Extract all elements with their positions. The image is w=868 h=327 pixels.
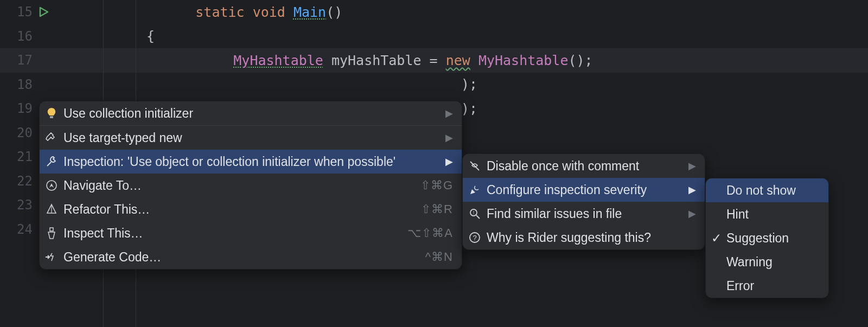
type-name: MyHashtable xyxy=(478,53,569,68)
menu-item-inspect-this[interactable]: Inspect This… ⌥⇧⌘A xyxy=(40,221,462,245)
line-number: 17 xyxy=(0,53,38,68)
line-number: 22 xyxy=(0,174,38,189)
svg-text:?: ? xyxy=(473,234,476,242)
menu-item-refactor-this[interactable]: Refactor This… ⇧⌘R xyxy=(40,197,462,221)
svg-text:!: ! xyxy=(473,210,475,215)
menu-label: Inspect This… xyxy=(63,226,402,241)
keyword: static xyxy=(195,4,244,20)
inspection-submenu[interactable]: Disable once with comment ▶ Configure in… xyxy=(462,153,705,250)
line-number: 19 xyxy=(0,101,38,116)
svg-rect-3 xyxy=(50,228,53,231)
line-number: 15 xyxy=(0,4,38,20)
type-name: MyHashtable xyxy=(233,53,323,68)
menu-item-use-collection-initializer[interactable]: Use collection initializer ▶ xyxy=(40,101,462,125)
severity-submenu[interactable]: Do not show Hint ✓ Suggestion Warning Er… xyxy=(705,178,829,298)
menu-label: Configure inspection severity xyxy=(487,183,679,197)
menu-item-warning[interactable]: Warning xyxy=(706,250,828,274)
question-icon: ? xyxy=(468,231,481,244)
menu-label: Inspection: 'Use object or collection in… xyxy=(63,155,436,169)
run-gutter-icon[interactable] xyxy=(38,7,60,17)
wrench-icon xyxy=(45,155,58,168)
shortcut: ⇧⌘R xyxy=(421,202,453,216)
submenu-arrow-icon: ▶ xyxy=(688,160,696,172)
inspect-icon xyxy=(45,227,58,240)
menu-label: Disable once with comment xyxy=(487,159,679,174)
menu-label: Refactor This… xyxy=(63,202,416,217)
lightbulb-icon xyxy=(45,107,58,120)
menu-item-do-not-show[interactable]: Do not show xyxy=(706,178,828,202)
menu-label: Generate Code… xyxy=(63,250,420,265)
menu-label: Use collection initializer xyxy=(63,106,436,121)
keyword: new xyxy=(446,53,470,68)
shortcut: ^⌘N xyxy=(425,250,453,264)
submenu-arrow-icon: ▶ xyxy=(688,208,696,220)
menu-item-use-target-typed-new[interactable]: Use target-typed new ▶ xyxy=(40,126,462,150)
submenu-arrow-icon: ▶ xyxy=(445,107,453,119)
menu-item-disable-once[interactable]: Disable once with comment ▶ xyxy=(463,154,705,178)
punct: () xyxy=(326,4,342,20)
menu-item-inspection[interactable]: Inspection: 'Use object or collection in… xyxy=(40,150,462,174)
menu-label: Navigate To… xyxy=(63,178,415,193)
svg-line-5 xyxy=(476,215,480,219)
method-name: Main xyxy=(293,4,326,20)
pencil-wrench-icon xyxy=(468,183,481,196)
menu-item-hint[interactable]: Hint xyxy=(706,202,828,226)
submenu-arrow-icon: ▶ xyxy=(688,184,696,196)
menu-label: Find similar issues in file xyxy=(487,207,679,221)
code-line[interactable]: 15 static void Main() xyxy=(0,0,868,24)
line-number: 24 xyxy=(0,222,38,237)
menu-label: Suggestion xyxy=(726,231,820,246)
search-warning-icon: ! xyxy=(468,207,481,220)
menu-item-suggestion[interactable]: ✓ Suggestion xyxy=(706,226,828,250)
refactor-icon xyxy=(45,203,58,216)
shortcut: ⇧⌘G xyxy=(420,178,453,193)
punct: (); xyxy=(568,53,592,68)
menu-label: Use target-typed new xyxy=(63,131,436,145)
menu-item-generate-code[interactable]: Generate Code… ^⌘N xyxy=(40,245,462,269)
menu-item-why-suggesting[interactable]: ? Why is Rider suggesting this? xyxy=(463,226,705,249)
menu-label: Do not show xyxy=(726,183,820,198)
punct: ); xyxy=(461,76,477,92)
menu-item-configure-severity[interactable]: Configure inspection severity ▶ xyxy=(463,178,705,202)
line-number: 23 xyxy=(0,197,38,213)
menu-item-error[interactable]: Error xyxy=(706,274,828,298)
compass-icon xyxy=(45,179,58,192)
check-icon: ✓ xyxy=(711,231,721,246)
menu-label: Why is Rider suggesting this? xyxy=(487,230,696,245)
generate-icon xyxy=(45,251,58,264)
svg-rect-0 xyxy=(50,116,53,118)
submenu-arrow-icon: ▶ xyxy=(445,156,453,168)
line-number: 18 xyxy=(0,77,38,92)
disable-icon xyxy=(468,159,481,172)
line-number: 21 xyxy=(0,149,38,164)
shortcut: ⌥⇧⌘A xyxy=(407,226,453,240)
submenu-arrow-icon: ▶ xyxy=(445,132,453,144)
menu-item-find-similar[interactable]: ! Find similar issues in file ▶ xyxy=(463,202,705,226)
menu-item-navigate-to[interactable]: Navigate To… ⇧⌘G xyxy=(40,174,462,197)
menu-label: Error xyxy=(726,279,820,293)
punct: = xyxy=(422,53,446,68)
menu-label: Hint xyxy=(726,207,820,222)
code-line-active[interactable]: 17 MyHashtable myHashTable = new MyHasht… xyxy=(0,48,868,73)
identifier: myHashTable xyxy=(331,53,422,68)
punct: ); xyxy=(461,101,477,117)
hammer-icon xyxy=(45,131,58,144)
line-number: 16 xyxy=(0,29,38,44)
line-number: 20 xyxy=(0,125,38,140)
keyword: void xyxy=(253,4,285,20)
menu-label: Warning xyxy=(726,255,820,270)
quick-fix-popup[interactable]: Use collection initializer ▶ Use target-… xyxy=(39,101,462,270)
